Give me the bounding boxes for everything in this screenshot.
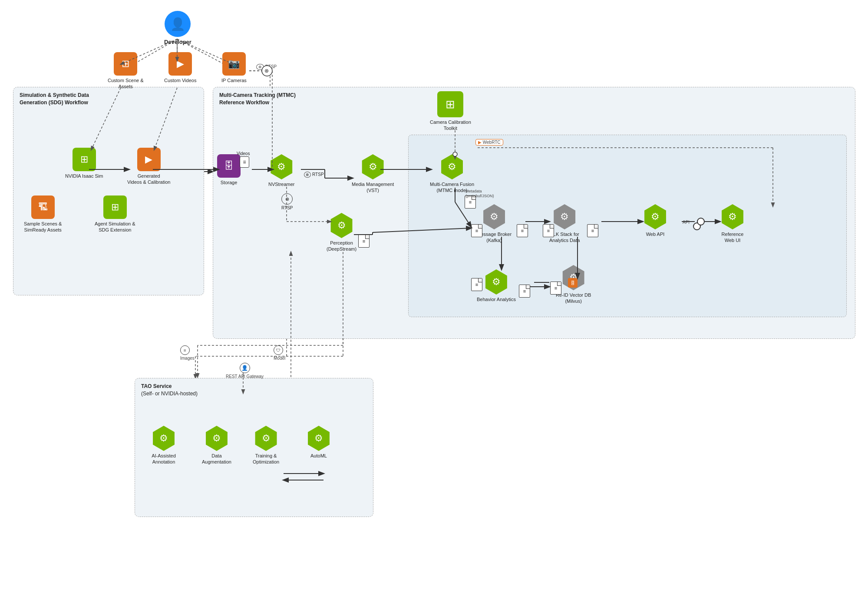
generated-videos-label: Generated Videos & Calibration bbox=[127, 173, 170, 186]
rtsp-label-1: ⊗ RTSP bbox=[256, 64, 277, 69]
doc-elk-right: ≡ bbox=[587, 224, 598, 237]
videos-label: Videos bbox=[237, 151, 250, 156]
reference-web-ui-node: ⚙ Reference Web UI bbox=[720, 204, 745, 244]
metadata-label: Metadata(protobuf/JSON) bbox=[465, 189, 494, 199]
rest-api-label: 👤 REST API Gateway bbox=[226, 363, 264, 379]
reference-web-ui-label: Reference Web UI bbox=[722, 231, 744, 244]
automl-icon: ⚙ bbox=[306, 426, 331, 451]
media-mgmt-label: Media Management (VST) bbox=[352, 181, 394, 194]
sdg-region-label: Simulation & Synthetic Data Generation (… bbox=[20, 92, 89, 106]
sample-scenes-label: Sample Scenes & SimReady Assets bbox=[24, 221, 62, 233]
behavior-analytics-icon: ⚙ bbox=[484, 269, 509, 295]
sample-scenes-node: 🏗 Sample Scenes & SimReady Assets bbox=[24, 195, 62, 233]
training-opt-node: ⚙ Training & Optimization bbox=[253, 426, 279, 465]
data-augmentation-label: Data Augmentation bbox=[202, 453, 231, 465]
elk-stack-icon: ⚙ bbox=[552, 204, 577, 229]
multicam-fusion-node: ⚙ Multi-Camera Fusion (MTMC mode) bbox=[430, 154, 474, 194]
training-opt-icon: ⚙ bbox=[254, 426, 279, 451]
storage-node: 🗄 Storage bbox=[217, 154, 241, 186]
mtmc-region-label: Multi-Camera Tracking (MTMC) Reference W… bbox=[219, 92, 296, 106]
agent-sim-node: ⊞ Agent Simulation & SDG Extension bbox=[95, 195, 135, 233]
doc-reid-left: ≡ bbox=[550, 282, 561, 295]
ip-cameras-node: 📷 IP Cameras bbox=[221, 52, 247, 83]
doc-behavior-left: ≡ bbox=[471, 278, 482, 291]
developer-node: 👤 Developer bbox=[164, 11, 191, 46]
model-label: 🛡 Model bbox=[274, 345, 285, 361]
ai-annotation-node: ⚙ AI-Assisted Annotation bbox=[151, 426, 176, 465]
doc-msg-left: ≡ bbox=[471, 224, 482, 237]
generated-videos-node: ▶ Generated Videos & Calibration bbox=[127, 148, 170, 186]
isaac-sim-icon: ⊞ bbox=[73, 148, 96, 171]
ip-cameras-label: IP Cameras bbox=[221, 77, 247, 83]
api-label: API bbox=[683, 220, 690, 225]
generated-videos-icon: ▶ bbox=[137, 148, 161, 171]
ip-cameras-icon: 📷 bbox=[222, 52, 246, 76]
nvstreamer-node: ⚙ NVStreamer bbox=[268, 154, 295, 187]
doc-elk-left: ≡ bbox=[543, 224, 554, 237]
camera-calib-label: Camera Calibration Toolkit bbox=[430, 119, 471, 132]
doc-behavior-right: ≡ bbox=[519, 285, 530, 298]
tao-region-label: TAO Service(Self- or NVIDIA-hosted) bbox=[141, 383, 198, 398]
multicam-fusion-icon: ⚙ bbox=[439, 154, 465, 179]
custom-scene-label: Custom Scene & Assets bbox=[108, 77, 144, 90]
perception-icon: ⚙ bbox=[329, 213, 354, 238]
behavior-analytics-node: ⚙ Behavior Analytics bbox=[477, 269, 516, 302]
developer-icon: 👤 bbox=[165, 11, 191, 37]
isaac-sim-label: NVIDIA Isaac Sim bbox=[65, 173, 103, 179]
storage-icon: 🗄 bbox=[217, 154, 241, 178]
agent-sim-label: Agent Simulation & SDG Extension bbox=[95, 221, 135, 233]
automl-label: AutoML bbox=[310, 453, 327, 459]
sample-scenes-icon: 🏗 bbox=[31, 195, 55, 219]
ai-annotation-icon: ⚙ bbox=[151, 426, 176, 451]
ai-annotation-label: AI-Assisted Annotation bbox=[152, 453, 176, 465]
behavior-analytics-label: Behavior Analytics bbox=[477, 296, 516, 302]
custom-videos-label: Custom Videos bbox=[164, 77, 196, 83]
web-api-node: ⚙ Web API bbox=[643, 204, 668, 237]
data-augmentation-icon: ⚙ bbox=[204, 426, 229, 451]
reference-web-ui-icon: ⚙ bbox=[720, 204, 745, 229]
camera-calib-icon: ⊞ bbox=[437, 91, 463, 117]
custom-videos-icon: ▶ bbox=[168, 52, 192, 76]
developer-label: Developer bbox=[164, 39, 191, 46]
sdg-region: Simulation & Synthetic Data Generation (… bbox=[13, 87, 204, 295]
doc-msg-right: ≡ bbox=[517, 224, 528, 237]
data-augmentation-node: ⚙ Data Augmentation bbox=[202, 426, 231, 465]
nvstreamer-label: NVStreamer bbox=[268, 181, 295, 187]
web-api-label: Web API bbox=[646, 231, 665, 237]
media-mgmt-node: ⚙ Media Management (VST) bbox=[352, 154, 394, 194]
automl-node: ⚙ AutoML bbox=[306, 426, 331, 459]
agent-sim-icon: ⊞ bbox=[103, 195, 127, 219]
nvstreamer-icon: ⚙ bbox=[269, 154, 294, 179]
rtsp-label-3: ⊗ RTSP bbox=[281, 193, 293, 210]
camera-calib-node: ⊞ Camera Calibration Toolkit bbox=[430, 91, 471, 132]
message-broker-icon: ⚙ bbox=[482, 204, 507, 229]
rtsp-label-2: ⊗ RTSP bbox=[304, 172, 324, 177]
images-label: ≡ Images bbox=[180, 345, 195, 361]
custom-scene-node: ⊞ Custom Scene & Assets bbox=[108, 52, 144, 90]
perception-label: Perception (DeepStream) bbox=[327, 240, 356, 252]
diagram-container: Simulation & Synthetic Data Generation (… bbox=[0, 0, 868, 603]
doc-perception: ≡ bbox=[358, 235, 370, 248]
videos-cylinder: ≡ bbox=[240, 156, 249, 168]
custom-videos-node: ▶ Custom Videos bbox=[164, 52, 196, 83]
api-circle bbox=[693, 222, 701, 230]
storage-label: Storage bbox=[221, 179, 238, 186]
custom-scene-icon: ⊞ bbox=[114, 52, 137, 76]
isaac-sim-node: ⊞ NVIDIA Isaac Sim bbox=[65, 148, 103, 179]
webtrc-label: ▶ WebRTC bbox=[475, 139, 503, 146]
media-mgmt-icon: ⚙ bbox=[360, 154, 386, 179]
perception-node: ⚙ Perception (DeepStream) bbox=[327, 213, 356, 252]
training-opt-label: Training & Optimization bbox=[253, 453, 279, 465]
web-api-icon: ⚙ bbox=[643, 204, 668, 229]
